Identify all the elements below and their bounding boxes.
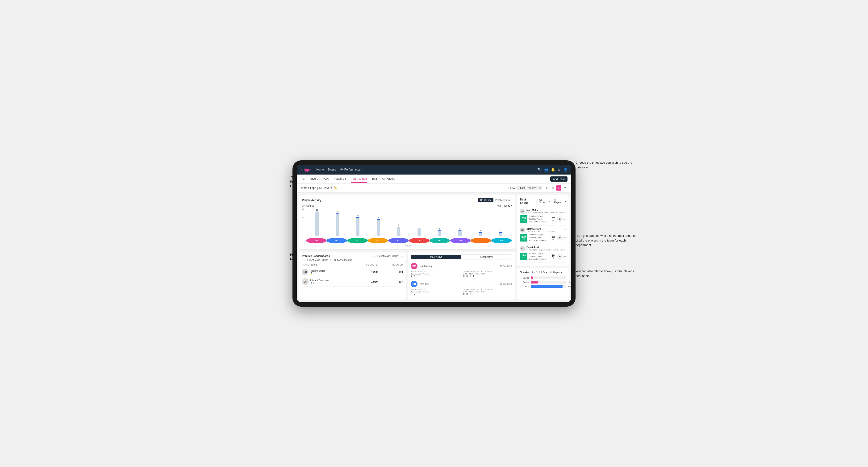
nav-my-performance[interactable]: My Performance — [340, 167, 361, 172]
bar-group-5: 4 — [409, 226, 429, 236]
practice-header: Practice Leaderboards PUTT Must Make Put… — [302, 254, 403, 257]
players-filter-dropdown[interactable]: All Players ▾ — [554, 198, 566, 204]
shot-player-name-1: Blair McHarg — [526, 228, 556, 230]
practice-values-0: 0 0 0 1 — [463, 275, 512, 278]
scoring-title: Scoring — [520, 271, 530, 274]
active-thumb-0: BM — [411, 263, 417, 269]
scoring-filter1[interactable]: Par 3, 4 & 5s ▾ — [532, 271, 547, 274]
subnav-hcaps[interactable]: Hcaps 1-5 — [334, 175, 346, 183]
metric1-val-1: 43 — [550, 236, 556, 239]
practice-act-stat-0: Total Practice Activities GTT APP ARG PU… — [463, 270, 512, 278]
nav-icons: 🔍 👥 🔔 ⊕ 👤 — [537, 168, 567, 172]
player-name-1: Edward Crossman — [310, 279, 329, 282]
putt-val-1: 0 — [473, 293, 474, 295]
y-0: 0 — [302, 234, 304, 236]
bar-label-2: 10 — [357, 215, 359, 217]
app-val-1: 0 — [467, 293, 468, 295]
putt-label-0: PUTT — [480, 273, 486, 275]
scoring-filter2-label: All Players — [549, 271, 560, 274]
score-val-2: 499 — [568, 285, 571, 287]
shot-sg-label-1: SG — [522, 238, 525, 240]
metric1-val-0: 67 — [550, 217, 556, 220]
active-player-header-1: RB Rees Britt 02 Sep 2023 — [411, 281, 512, 287]
stats-row-0: Total Rounds Tournament Practice 7 6 Tot… — [411, 270, 512, 278]
least-active-tab[interactable]: Least Active — [461, 255, 512, 259]
search-icon[interactable]: 🔍 — [537, 168, 541, 172]
nav-home[interactable]: Home — [316, 167, 324, 172]
chart-area: 0 5 10 15 13 12 — [302, 208, 512, 247]
scoring-filter2[interactable]: All Players ▾ — [549, 271, 562, 274]
shot-course-0: 09 Jun 2023 · Royal North Devon GC, Hole… — [526, 212, 565, 214]
shot-sg-label-0: SG — [522, 220, 525, 221]
score-label-0: Eagles — [520, 277, 529, 279]
user-icon[interactable]: 👤 — [563, 168, 567, 172]
active-player-row-1: RB Rees Britt 02 Sep 2023 Total Rounds T… — [411, 279, 512, 297]
metric2-unit-0: yds — [563, 218, 566, 220]
subnav-pga[interactable]: PGA — [323, 175, 329, 183]
left-panel: Player Activity On Course Practice Drill… — [299, 195, 515, 300]
bar-0 — [315, 212, 319, 236]
view-grid4-icon[interactable]: ⊟ — [550, 185, 555, 191]
rounds-values-1: 8 4 — [411, 293, 460, 295]
bar-label-8: 2 — [480, 230, 481, 232]
shot-player-details-0: Matt Miller 09 Jun 2023 · Royal North De… — [526, 209, 565, 214]
player-avatar-0: BM — [306, 238, 327, 243]
bars-container: 13 12 10 9 5 — [306, 208, 512, 247]
active-player-header-0: BM Blair McHarg 26 Aug 2023 — [411, 263, 512, 269]
annotation-top-right: Choose the timescale you wish to see the… — [576, 160, 637, 169]
shot-badge-1: 200 SG — [520, 234, 527, 242]
plus-circle-icon[interactable]: ⊕ — [558, 168, 561, 172]
chevron-right-icon-0[interactable]: › — [565, 209, 566, 212]
chart-filter-dropdown[interactable]: Total Rounds ▾ — [496, 205, 512, 207]
chevron-right-icon-1[interactable]: › — [565, 227, 566, 231]
shot-details-0: 200 SG Shot Dist: 67 yds Start Lie: Roug… — [520, 215, 566, 223]
chevron-right-icon-2[interactable]: › — [565, 246, 566, 249]
shots-filter-label: All Shots — [539, 198, 548, 204]
on-course-toggle[interactable]: On Course — [478, 198, 493, 202]
team-header: Team Clippd | 14 Players ✏️ Show: Last 3… — [297, 184, 571, 193]
practice-values-1: 0 0 0 0 — [463, 293, 512, 295]
view-heart-icon[interactable]: ♥ — [556, 185, 561, 191]
time-filter-select[interactable]: Last 3 months Last 6 months Last year — [518, 186, 542, 190]
practice-drills-toggle[interactable]: Practice Drills — [493, 198, 512, 202]
bottom-panels: Practice Leaderboards PUTT Must Make Put… — [299, 252, 515, 300]
bar-group-6: 3 — [429, 228, 450, 236]
view-list-icon[interactable]: ☰ — [562, 185, 567, 191]
bar-blue-4 — [397, 227, 400, 227]
bar-blue-6 — [438, 230, 441, 231]
activity-toggle: On Course Practice Drills — [478, 198, 512, 203]
score-track-1: 96 — [531, 281, 566, 283]
shot-metrics-1: 43 yds 0 yds — [550, 235, 566, 240]
leaderboard-list: RB Richard Butler 🥇 1 19/20 110 EC Edwar… — [302, 267, 403, 286]
shots-filter-dropdown[interactable]: All Shots ▾ — [539, 198, 550, 204]
shot-info-2: Shot Dist: 16 yds Start Lie: Rough End L… — [529, 252, 549, 261]
rounds-stat-0: Total Rounds Tournament Practice 7 6 — [411, 270, 460, 278]
practice-filter-dropdown[interactable]: PUTT Must Make Putting … ▾ — [372, 255, 403, 257]
shot-player-details-2: David Ford 24 Aug 2023 · Royal North Dev… — [526, 246, 565, 251]
subnav-team-clippd[interactable]: Team Clippd — [351, 175, 367, 183]
score-label-1: Birdies — [520, 281, 529, 283]
gtt-val-0: 0 — [463, 275, 465, 278]
subnav-pgat[interactable]: PGAT Players — [301, 175, 318, 183]
subnav-tour[interactable]: Tour — [372, 175, 377, 183]
view-icons: ⊞ ⊟ ♥ ☰ — [544, 185, 567, 191]
metric2-2: 0 — [557, 254, 563, 259]
most-active-tab[interactable]: Most Active — [411, 255, 461, 259]
subnav-all-players[interactable]: All Players — [382, 175, 395, 183]
scoring-filter1-label: Par 3, 4 & 5s — [532, 271, 546, 274]
add-team-button[interactable]: Add Team — [550, 177, 567, 182]
metric1-unit-0: yds — [550, 220, 556, 221]
nav-teams[interactable]: Teams — [328, 167, 336, 172]
score-val-0: 3 — [570, 277, 571, 279]
bar-label-7: 3 — [460, 228, 460, 230]
bell-icon[interactable]: 🔔 — [551, 168, 555, 172]
view-grid2-icon[interactable]: ⊞ — [544, 185, 549, 191]
shot-player-row-2: DF David Ford 24 Aug 2023 · Royal North … — [520, 246, 566, 251]
edit-icon[interactable]: ✏️ — [334, 186, 337, 190]
app-val-0: 0 — [467, 275, 468, 278]
shot-entry-0: MM Matt Miller 09 Jun 2023 · Royal North… — [520, 207, 566, 225]
users-icon[interactable]: 👥 — [544, 168, 548, 172]
bar-label-5: 4 — [418, 226, 420, 228]
bar-group-7: 3 — [450, 228, 470, 236]
metric2-unit-2: yds — [563, 256, 566, 257]
